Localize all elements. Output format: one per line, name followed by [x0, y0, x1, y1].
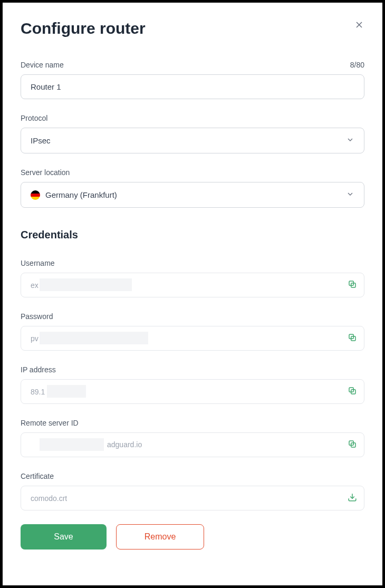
device-name-label: Device name [21, 61, 64, 69]
server-location-label: Server location [21, 168, 70, 177]
page-title: Configure router [21, 20, 364, 37]
remote-server-id-suffix: adguard.io [107, 440, 142, 449]
username-field: Username [21, 259, 364, 297]
device-name-input[interactable] [21, 74, 364, 99]
certificate-field: Certificate [21, 472, 364, 510]
server-location-select[interactable]: Germany (Frankfurt) [21, 182, 364, 208]
device-name-field: Device name 8/80 [21, 61, 364, 99]
download-icon[interactable] [348, 493, 357, 504]
server-location-field: Server location Germany (Frankfurt) [21, 168, 364, 208]
save-button[interactable]: Save [21, 524, 107, 550]
copy-icon[interactable] [348, 439, 357, 451]
protocol-value: IPsec [31, 136, 51, 145]
button-row: Save Remove [21, 524, 364, 550]
certificate-value [21, 486, 364, 510]
server-location-value: Germany (Frankfurt) [45, 190, 117, 199]
password-label: Password [21, 312, 53, 321]
protocol-field: Protocol IPsec [21, 114, 364, 153]
close-icon[interactable] [354, 20, 364, 30]
copy-icon[interactable] [348, 386, 357, 398]
copy-icon[interactable] [348, 333, 357, 344]
certificate-label: Certificate [21, 472, 54, 480]
chevron-down-icon [346, 136, 354, 146]
password-field: Password [21, 312, 364, 351]
device-name-counter: 8/80 [350, 61, 364, 69]
remove-button[interactable]: Remove [116, 524, 204, 550]
ip-address-field: IP address [21, 365, 364, 404]
germany-flag-icon [31, 190, 40, 200]
protocol-label: Protocol [21, 114, 47, 122]
ip-address-label: IP address [21, 365, 56, 374]
protocol-select[interactable]: IPsec [21, 128, 364, 153]
remote-server-id-field: Remote server ID adguard.io [21, 419, 364, 457]
remote-server-id-label: Remote server ID [21, 419, 79, 427]
copy-icon[interactable] [348, 279, 357, 291]
credentials-title: Credentials [21, 229, 364, 241]
chevron-down-icon [346, 190, 354, 200]
username-label: Username [21, 259, 55, 267]
